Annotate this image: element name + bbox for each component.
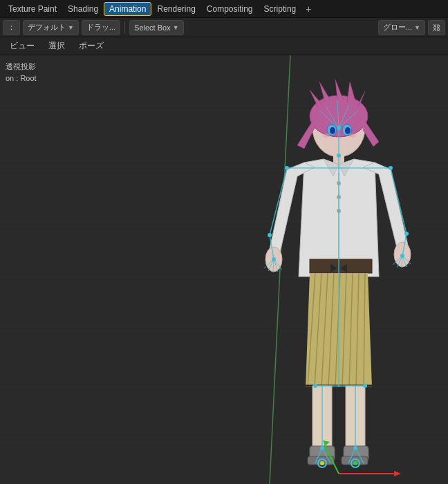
svg-point-99: [268, 233, 272, 237]
grid-background: [0, 55, 448, 484]
chevron-down-icon-2: ▼: [173, 24, 179, 31]
toolbar-glow-btn[interactable]: グロー... ▼: [378, 20, 425, 35]
toolbar-draw-label: ドラッ...: [86, 22, 115, 32]
menu-add-button[interactable]: +: [301, 2, 315, 16]
sec-btn-pose[interactable]: ポーズ: [75, 39, 108, 53]
glow-label: グロー...: [383, 22, 412, 32]
svg-point-105: [320, 446, 324, 450]
toolbar-draw-btn[interactable]: ドラッ...: [82, 20, 120, 35]
secondary-toolbar: ビュー 選択 ポーズ: [0, 37, 448, 55]
bone-info: on : Root: [6, 73, 37, 84]
svg-point-97: [285, 166, 289, 170]
svg-rect-0: [0, 55, 448, 484]
svg-point-37: [330, 127, 335, 134]
menu-rendering[interactable]: Rendering: [151, 2, 200, 16]
overlay-info: 透視投影 on : Root: [6, 61, 37, 84]
svg-point-101: [404, 232, 409, 236]
sec-btn-select[interactable]: 選択: [44, 39, 69, 53]
menu-texture-paint[interactable]: Texture Paint: [3, 2, 62, 16]
menu-animation[interactable]: Animation: [104, 2, 151, 16]
svg-point-39: [323, 133, 330, 138]
toolbar: ： デフォルト ▼ ドラッ... Select Box ▼ グロー... ▼ ⛓: [0, 18, 448, 37]
projection-mode: 透視投影: [6, 61, 37, 73]
menu-shading[interactable]: Shading: [62, 2, 104, 16]
svg-point-104: [363, 384, 367, 388]
svg-point-38: [345, 127, 351, 134]
toolbar-chain-btn[interactable]: ⛓: [428, 20, 445, 35]
svg-point-96: [337, 153, 341, 158]
chevron-down-icon-3: ▼: [414, 24, 420, 31]
svg-rect-46: [310, 259, 372, 273]
toolbar-default-btn[interactable]: デフォルト ▼: [23, 20, 79, 35]
svg-point-110: [320, 461, 324, 465]
toolbar-default-label: デフォルト: [28, 22, 66, 32]
svg-point-95: [337, 126, 341, 130]
toolbar-separator: [124, 21, 125, 34]
sec-btn-view[interactable]: ビュー: [6, 39, 39, 53]
menu-scripting[interactable]: Scripting: [259, 2, 302, 16]
toolbar-left-icon: ：: [8, 22, 15, 32]
svg-point-103: [313, 384, 317, 388]
toolbar-select-box-btn[interactable]: Select Box ▼: [129, 20, 184, 35]
svg-point-102: [400, 254, 404, 258]
chevron-down-icon: ▼: [68, 24, 74, 31]
menu-compositing[interactable]: Compositing: [201, 2, 259, 16]
viewport[interactable]: 透視投影 on : Root: [0, 55, 448, 484]
menu-bar: Texture Paint Shading Animation Renderin…: [0, 0, 448, 18]
svg-point-109: [353, 461, 357, 465]
svg-point-98: [389, 166, 393, 170]
toolbar-select-box-label: Select Box: [134, 24, 171, 32]
toolbar-left-btn[interactable]: ：: [3, 20, 20, 35]
chain-icon: ⛓: [433, 24, 440, 32]
svg-point-40: [349, 133, 356, 138]
svg-point-100: [272, 257, 276, 261]
svg-point-106: [353, 446, 357, 450]
